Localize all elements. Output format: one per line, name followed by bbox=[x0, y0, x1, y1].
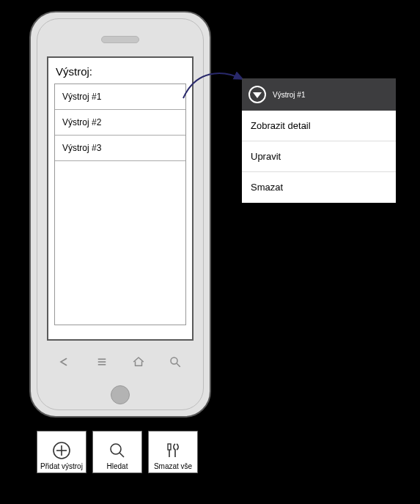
list-item[interactable]: Výstroj #3 bbox=[55, 136, 185, 161]
context-menu: Výstroj #1 Zobrazit detail Upravit Smaza… bbox=[242, 78, 396, 203]
menu-icon[interactable] bbox=[95, 355, 108, 371]
earpiece bbox=[101, 36, 139, 43]
list-item-label: Výstroj #2 bbox=[62, 117, 101, 127]
phone-screen: Výstroj: Výstroj #1 Výstroj #2 Výstroj #… bbox=[47, 56, 194, 341]
context-menu-item-detail[interactable]: Zobrazit detail bbox=[242, 111, 396, 141]
toolbar-label: Hledat bbox=[107, 462, 128, 470]
search-button[interactable]: Hledat bbox=[92, 431, 142, 473]
add-equipment-button[interactable]: Přidat výstroj bbox=[37, 431, 86, 473]
action-toolbar: Přidat výstroj Hledat Smazat vše bbox=[37, 431, 198, 473]
screen-title: Výstroj: bbox=[48, 58, 192, 81]
toolbar-label: Smazat vše bbox=[154, 462, 192, 470]
list-item-label: Výstroj #3 bbox=[62, 143, 101, 153]
svg-point-3 bbox=[171, 357, 177, 364]
home-icon[interactable] bbox=[132, 355, 145, 371]
context-menu-item-delete[interactable]: Smazat bbox=[242, 172, 396, 203]
toolbar-label: Přidat výstroj bbox=[40, 462, 83, 470]
delete-all-button[interactable]: Smazat vše bbox=[148, 431, 198, 473]
context-menu-item-label: Zobrazit detail bbox=[251, 120, 311, 131]
svg-line-4 bbox=[177, 363, 180, 367]
svg-rect-11 bbox=[168, 444, 171, 450]
svg-line-10 bbox=[119, 453, 124, 457]
plus-circle-icon bbox=[52, 441, 71, 460]
list-item[interactable]: Výstroj #2 bbox=[55, 110, 185, 136]
context-menu-title: Výstroj #1 bbox=[273, 91, 305, 99]
context-menu-item-label: Smazat bbox=[251, 182, 283, 193]
phone-mockup: Výstroj: Výstroj #1 Výstroj #2 Výstroj #… bbox=[29, 11, 211, 418]
search-icon bbox=[108, 441, 127, 460]
context-menu-item-edit[interactable]: Upravit bbox=[242, 141, 396, 172]
tools-icon bbox=[163, 441, 183, 460]
home-button[interactable] bbox=[111, 385, 130, 404]
search-icon[interactable] bbox=[169, 355, 182, 371]
chevron-down-circle-icon bbox=[248, 85, 267, 104]
device-nav-bar bbox=[47, 351, 194, 376]
equipment-list: Výstroj #1 Výstroj #2 Výstroj #3 bbox=[54, 84, 186, 325]
svg-point-9 bbox=[111, 444, 121, 454]
context-menu-item-label: Upravit bbox=[251, 151, 281, 162]
list-item[interactable]: Výstroj #1 bbox=[55, 84, 185, 110]
context-menu-header: Výstroj #1 bbox=[242, 78, 396, 111]
back-icon[interactable] bbox=[59, 355, 72, 371]
list-item-label: Výstroj #1 bbox=[62, 92, 101, 102]
